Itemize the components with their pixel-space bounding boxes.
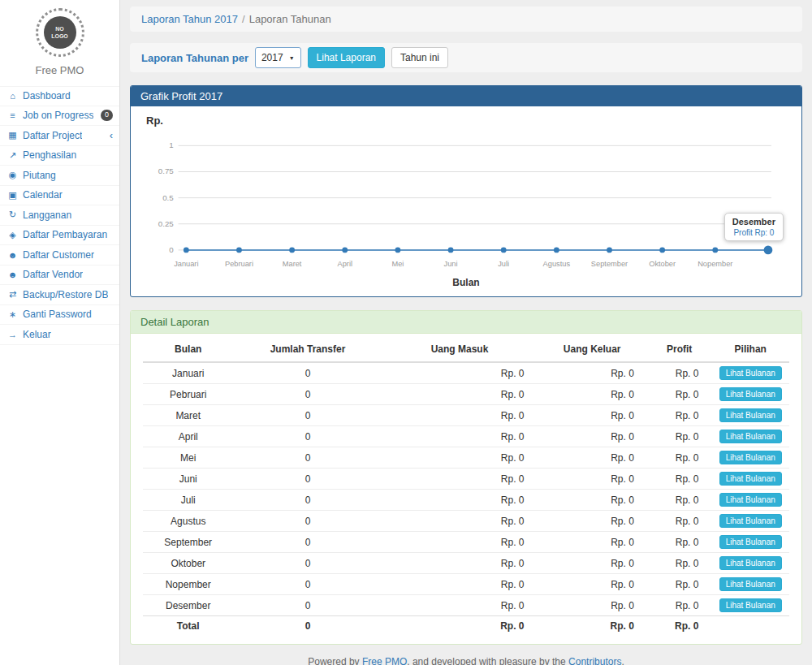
table-cell: Rp. 0 — [647, 384, 712, 405]
data-point[interactable] — [659, 247, 665, 253]
detail-panel-title: Detail Laporan — [131, 311, 801, 334]
sidebar-item-label: Ganti Password — [23, 309, 92, 320]
sidebar-item-job-on-progress[interactable]: ≡Job on Progress0 — [0, 106, 119, 127]
footer-contributors-link[interactable]: Contributors — [568, 656, 621, 665]
table-cell: Rp. 0 — [647, 490, 712, 511]
x-tick-label: Mei — [391, 260, 404, 268]
table-cell: Rp. 0 — [538, 553, 647, 574]
sidebar-item-penghasilan[interactable]: ↗Penghasilan — [0, 146, 119, 166]
table-cell: Rp. 0 — [382, 616, 538, 636]
data-point[interactable] — [342, 247, 348, 253]
sidebar-item-calendar[interactable]: ▣Calendar — [0, 186, 119, 206]
sidebar-item-piutang[interactable]: ◉Piutang — [0, 166, 119, 186]
table-cell: Rp. 0 — [538, 616, 647, 636]
detail-panel-body: Bulan Jumlah Transfer Uang Masuk Uang Ke… — [131, 334, 801, 644]
data-point[interactable] — [554, 247, 559, 253]
table-cell-action: Lihat Bulanan — [711, 426, 789, 447]
data-point[interactable] — [448, 247, 454, 253]
table-cell: Rp. 0 — [382, 490, 538, 511]
sidebar-item-backup-restore-db[interactable]: ⇄Backup/Restore DB — [0, 285, 119, 305]
line-chart-icon: ↗ — [6, 150, 19, 161]
table-cell: Juli — [143, 490, 233, 511]
col-header-bulan: Bulan — [143, 337, 233, 362]
payments-icon: ◈ — [6, 230, 19, 240]
data-point[interactable] — [236, 247, 242, 253]
sidebar-item-keluar[interactable]: →Keluar — [0, 325, 119, 345]
table-cell: Rp. 0 — [647, 595, 712, 616]
x-tick-label: September — [591, 260, 628, 268]
lihat-laporan-button[interactable]: Lihat Laporan — [308, 47, 385, 68]
tahun-ini-button[interactable]: Tahun ini — [391, 47, 448, 68]
table-cell-action: Lihat Bulanan — [711, 405, 789, 426]
vendors-icon: ☻ — [6, 270, 19, 279]
table-cell: Rp. 0 — [382, 511, 538, 532]
sidebar-item-daftar-project[interactable]: ▦Daftar Project‹ — [0, 126, 119, 146]
table-cell: Rp. 0 — [382, 447, 538, 469]
data-point[interactable] — [607, 247, 612, 253]
footer: Powered by Free PMO, and developed with … — [130, 656, 802, 665]
col-header-uang-keluar: Uang Keluar — [538, 337, 647, 362]
detail-report-panel: Detail Laporan Bulan Jumlah Transfer Uan… — [130, 310, 802, 645]
profit-chart-svg[interactable]: 00.250.50.751JanuariPebruariMaretAprilMe… — [143, 127, 789, 277]
table-cell: Rp. 0 — [382, 405, 538, 426]
y-axis-unit: Rp. — [146, 114, 789, 127]
lihat-bulanan-button[interactable]: Lihat Bulanan — [719, 493, 782, 507]
sidebar-item-langganan[interactable]: ↻Langganan — [0, 205, 119, 226]
data-point[interactable] — [501, 247, 507, 253]
lihat-bulanan-button[interactable]: Lihat Bulanan — [719, 577, 782, 591]
y-tick-label: 0.75 — [158, 166, 174, 175]
table-cell-action: Lihat Bulanan — [711, 574, 789, 595]
footer-text-3: . — [621, 656, 624, 665]
col-header-uang-masuk: Uang Masuk — [382, 337, 538, 362]
chevron-left-icon: ‹ — [110, 130, 113, 140]
data-point[interactable] — [764, 246, 773, 255]
lihat-bulanan-button[interactable]: Lihat Bulanan — [719, 430, 782, 443]
data-point[interactable] — [395, 247, 401, 253]
lihat-bulanan-button[interactable]: Lihat Bulanan — [719, 472, 782, 486]
lihat-bulanan-button[interactable]: Lihat Bulanan — [719, 598, 782, 612]
sidebar-item-dashboard[interactable]: ⌂Dashboard — [0, 86, 119, 106]
table-cell-action: Lihat Bulanan — [711, 490, 789, 511]
sidebar-item-ganti-password[interactable]: ∗Ganti Password — [0, 305, 119, 326]
table-cell: Total — [143, 616, 233, 636]
table-total-row: Total0Rp. 0Rp. 0Rp. 0 — [143, 616, 789, 636]
data-point[interactable] — [289, 247, 295, 253]
y-tick-label: 0 — [169, 245, 174, 254]
table-cell: Rp. 0 — [538, 574, 647, 595]
lihat-bulanan-button[interactable]: Lihat Bulanan — [719, 556, 782, 570]
table-cell: Rp. 0 — [538, 532, 647, 553]
caret-down-icon: ▼ — [289, 55, 295, 61]
lihat-bulanan-button[interactable]: Lihat Bulanan — [719, 514, 782, 528]
tasks-icon: ≡ — [6, 110, 19, 120]
sidebar-item-daftar-vendor[interactable]: ☻Daftar Vendor — [0, 266, 119, 286]
table-cell: Mei — [143, 447, 233, 469]
table-cell: Rp. 0 — [647, 616, 712, 636]
data-point[interactable] — [184, 247, 189, 253]
year-select[interactable]: 2017 ▼ — [255, 47, 301, 68]
footer-freepmo-link[interactable]: Free PMO — [362, 656, 407, 665]
lihat-bulanan-button[interactable]: Lihat Bulanan — [719, 535, 782, 549]
lihat-bulanan-button[interactable]: Lihat Bulanan — [719, 366, 782, 380]
table-cell: Maret — [143, 405, 233, 426]
breadcrumb-separator: / — [242, 13, 245, 25]
lihat-bulanan-button[interactable]: Lihat Bulanan — [719, 451, 782, 464]
lihat-bulanan-button[interactable]: Lihat Bulanan — [719, 408, 782, 422]
sidebar-item-label: Daftar Pembayaran — [23, 229, 107, 240]
table-row: Oktober0Rp. 0Rp. 0Rp. 0Lihat Bulanan — [143, 553, 789, 574]
table-row: September0Rp. 0Rp. 0Rp. 0Lihat Bulanan — [143, 532, 789, 553]
sidebar-item-daftar-customer[interactable]: ☻Daftar Customer — [0, 245, 119, 266]
sidebar-item-daftar-pembayaran[interactable]: ◈Daftar Pembayaran — [0, 226, 119, 246]
table-cell: 0 — [233, 511, 382, 532]
table-row: Januari0Rp. 0Rp. 0Rp. 0Lihat Bulanan — [143, 362, 789, 384]
table-cell: Rp. 0 — [382, 362, 538, 384]
x-tick-label: Januari — [174, 260, 198, 268]
data-point[interactable] — [712, 247, 718, 253]
password-icon: ∗ — [6, 309, 19, 320]
report-table-body: Januari0Rp. 0Rp. 0Rp. 0Lihat BulananPebr… — [143, 362, 789, 636]
job-count-badge: 0 — [101, 110, 113, 121]
tooltip-value: Profit Rp: 0 — [732, 228, 775, 237]
table-cell: Nopember — [143, 574, 233, 595]
breadcrumb-link[interactable]: Laporan Tahun 2017 — [141, 13, 238, 25]
x-tick-label: Oktober — [649, 260, 676, 268]
lihat-bulanan-button[interactable]: Lihat Bulanan — [719, 387, 782, 401]
